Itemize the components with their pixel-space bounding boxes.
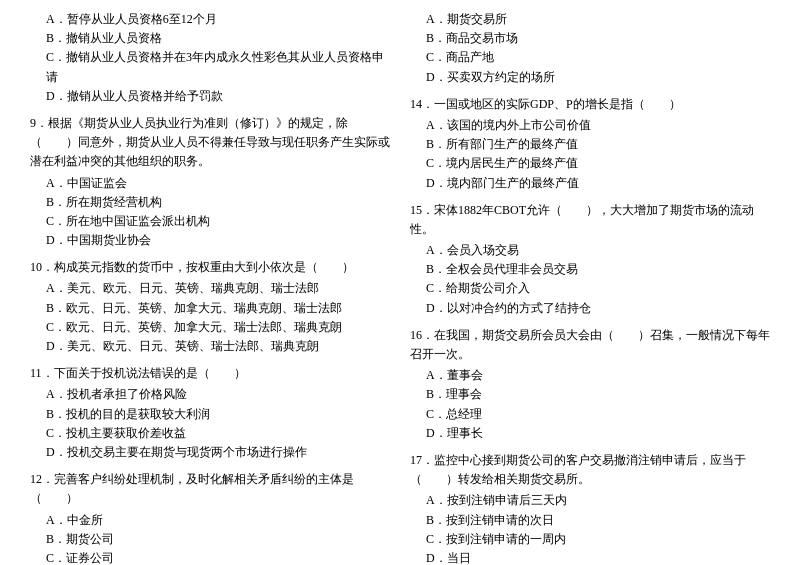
question-9: 9．根据《期货从业人员执业行为准则（修订）》的规定，除（ ）同意外，期货从业人员… <box>30 114 390 250</box>
q17-option-b: B．按到注销申请的次日 <box>410 511 770 530</box>
q16-option-b: B．理事会 <box>410 385 770 404</box>
q10-option-d: D．美元、欧元、日元、英镑、瑞士法郎、瑞典克朗 <box>30 337 390 356</box>
q17-option-c: C．按到注销申请的一周内 <box>410 530 770 549</box>
q15-option-d: D．以对冲合约的方式了结持仓 <box>410 299 770 318</box>
question-12-text: 12．完善客户纠纷处理机制，及时化解相关矛盾纠纷的主体是（ ） <box>30 470 390 508</box>
q17-option-d: D．当日 <box>410 549 770 565</box>
q16-option-a: A．董事会 <box>410 366 770 385</box>
page-content: A．暂停从业人员资格6至12个月 B．撤销从业人员资格 C．撤销从业人员资格并在… <box>30 10 770 565</box>
q12-option-c: C．证券公司 <box>30 549 390 565</box>
q15-option-a: A．会员入场交易 <box>410 241 770 260</box>
q16-option-c: C．总经理 <box>410 405 770 424</box>
left-column: A．暂停从业人员资格6至12个月 B．撤销从业人员资格 C．撤销从业人员资格并在… <box>30 10 390 565</box>
q14-option-d: D．境内部门生产的最终产值 <box>410 174 770 193</box>
option-d-prev: D．撤销从业人员资格并给予罚款 <box>30 87 390 106</box>
question-14-text: 14．一国或地区的实际GDP、P的增长是指（ ） <box>410 95 770 114</box>
q14-option-c: C．境内居民生产的最终产值 <box>410 154 770 173</box>
q11-option-a: A．投机者承担了价格风险 <box>30 385 390 404</box>
question-16-text: 16．在我国，期货交易所会员大会由（ ）召集，一般情况下每年召开一次。 <box>410 326 770 364</box>
q16-option-d: D．理事长 <box>410 424 770 443</box>
q11-option-c: C．投机主要获取价差收益 <box>30 424 390 443</box>
question-15-text: 15．宋体1882年CBOT允许（ ），大大增加了期货市场的流动性。 <box>410 201 770 239</box>
opt-c-right-prev: C．商品产地 <box>410 48 770 67</box>
q11-option-d: D．投机交易主要在期货与现货两个市场进行操作 <box>30 443 390 462</box>
question-11-text: 11．下面关于投机说法错误的是（ ） <box>30 364 390 383</box>
q14-option-a: A．该国的境内外上市公司价值 <box>410 116 770 135</box>
q15-option-c: C．给期货公司介入 <box>410 279 770 298</box>
question-block-prev-options: A．暂停从业人员资格6至12个月 B．撤销从业人员资格 C．撤销从业人员资格并在… <box>30 10 390 106</box>
question-11: 11．下面关于投机说法错误的是（ ） A．投机者承担了价格风险 B．投机的目的是… <box>30 364 390 462</box>
q12-option-a: A．中金所 <box>30 511 390 530</box>
q9-option-a: A．中国证监会 <box>30 174 390 193</box>
q9-option-d: D．中国期货业协会 <box>30 231 390 250</box>
opt-d-right-prev: D．买卖双方约定的场所 <box>410 68 770 87</box>
right-column: A．期货交易所 B．商品交易市场 C．商品产地 D．买卖双方约定的场所 14．一… <box>410 10 770 565</box>
question-9-text: 9．根据《期货从业人员执业行为准则（修订）》的规定，除（ ）同意外，期货从业人员… <box>30 114 390 172</box>
question-15: 15．宋体1882年CBOT允许（ ），大大增加了期货市场的流动性。 A．会员入… <box>410 201 770 318</box>
question-10-text: 10．构成英元指数的货币中，按权重由大到小依次是（ ） <box>30 258 390 277</box>
q10-option-b: B．欧元、日元、英镑、加拿大元、瑞典克朗、瑞士法郎 <box>30 299 390 318</box>
question-17: 17．监控中心接到期货公司的客户交易撤消注销申请后，应当于（ ）转发给相关期货交… <box>410 451 770 565</box>
q9-option-c: C．所在地中国证监会派出机构 <box>30 212 390 231</box>
question-17-text: 17．监控中心接到期货公司的客户交易撤消注销申请后，应当于（ ）转发给相关期货交… <box>410 451 770 489</box>
q15-option-b: B．全权会员代理非会员交易 <box>410 260 770 279</box>
q12-option-b: B．期货公司 <box>30 530 390 549</box>
q9-option-b: B．所在期货经营机构 <box>30 193 390 212</box>
question-16: 16．在我国，期货交易所会员大会由（ ）召集，一般情况下每年召开一次。 A．董事… <box>410 326 770 443</box>
option-c-prev: C．撤销从业人员资格并在3年内成永久性彩色其从业人员资格申请 <box>30 48 390 86</box>
opt-b-right-prev: B．商品交易市场 <box>410 29 770 48</box>
question-12: 12．完善客户纠纷处理机制，及时化解相关矛盾纠纷的主体是（ ） A．中金所 B．… <box>30 470 390 565</box>
q10-option-c: C．欧元、日元、英镑、加拿大元、瑞士法郎、瑞典克朗 <box>30 318 390 337</box>
option-b-prev: B．撤销从业人员资格 <box>30 29 390 48</box>
question-block-prev-options-right: A．期货交易所 B．商品交易市场 C．商品产地 D．买卖双方约定的场所 <box>410 10 770 87</box>
question-10: 10．构成英元指数的货币中，按权重由大到小依次是（ ） A．美元、欧元、日元、英… <box>30 258 390 356</box>
q14-option-b: B．所有部门生产的最终产值 <box>410 135 770 154</box>
opt-a-right-prev: A．期货交易所 <box>410 10 770 29</box>
question-14: 14．一国或地区的实际GDP、P的增长是指（ ） A．该国的境内外上市公司价值 … <box>410 95 770 193</box>
option-a-prev: A．暂停从业人员资格6至12个月 <box>30 10 390 29</box>
q10-option-a: A．美元、欧元、日元、英镑、瑞典克朗、瑞士法郎 <box>30 279 390 298</box>
q17-option-a: A．按到注销申请后三天内 <box>410 491 770 510</box>
q11-option-b: B．投机的目的是获取较大利润 <box>30 405 390 424</box>
